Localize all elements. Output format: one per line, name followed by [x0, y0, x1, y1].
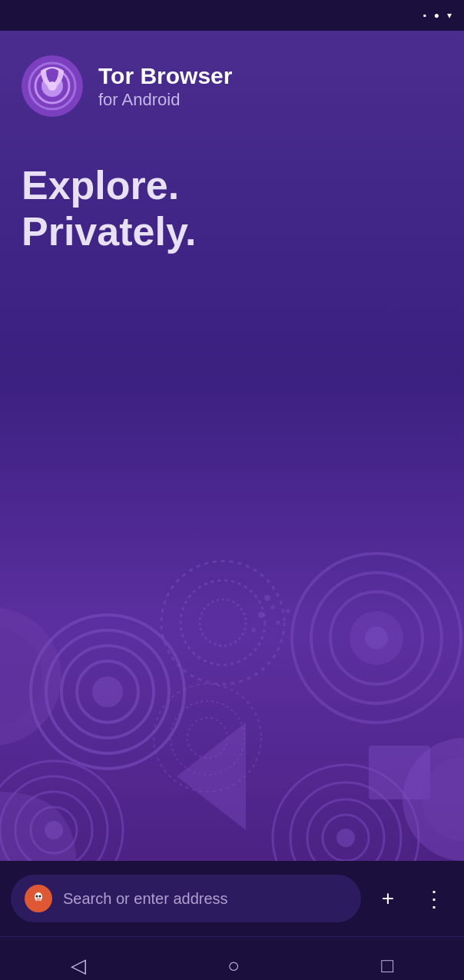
header-text: Tor Browser for Android	[98, 62, 232, 110]
app-title: Tor Browser	[98, 62, 232, 90]
add-tab-button[interactable]: +	[369, 879, 407, 918]
stop-icon: ▪	[423, 10, 426, 21]
search-box[interactable]: Search or enter address	[11, 875, 361, 922]
search-placeholder: Search or enter address	[63, 890, 228, 908]
svg-point-45	[39, 895, 41, 898]
circle-icon: ●	[434, 10, 439, 21]
svg-point-38	[286, 609, 290, 613]
android-nav-bar: ◁ ○ □	[0, 936, 464, 980]
tagline-section: Explore. Privately.	[0, 132, 464, 255]
home-button[interactable]: ○	[227, 954, 240, 978]
duckduckgo-icon	[25, 885, 52, 912]
more-options-button[interactable]: ⋮	[415, 879, 453, 918]
recents-button[interactable]: □	[381, 954, 393, 978]
svg-point-19	[365, 626, 388, 649]
bottom-bar: Search or enter address + ⋮ ◁ ○ □	[0, 861, 464, 980]
decorative-pattern	[0, 523, 464, 892]
svg-point-4	[48, 81, 57, 91]
svg-point-25	[45, 821, 63, 839]
tagline-text: Explore. Privately.	[22, 163, 442, 255]
status-bar: ▪ ● ▾	[0, 0, 464, 31]
svg-point-13	[181, 580, 265, 665]
tagline-line1: Explore.	[22, 163, 179, 208]
search-row: Search or enter address + ⋮	[0, 861, 464, 936]
svg-point-39	[251, 628, 256, 633]
main-content: Tor Browser for Android Explore. Private…	[0, 31, 464, 892]
back-button[interactable]: ◁	[71, 954, 86, 978]
svg-point-44	[36, 895, 38, 898]
svg-point-37	[276, 620, 280, 625]
svg-point-34	[258, 612, 264, 618]
svg-point-36	[264, 595, 270, 601]
svg-point-14	[200, 600, 246, 646]
svg-point-46	[36, 898, 41, 901]
app-header: Tor Browser for Android	[0, 31, 464, 132]
tor-logo	[22, 55, 83, 117]
tagline-line2: Privately.	[22, 209, 196, 254]
svg-point-11	[92, 676, 123, 707]
svg-point-33	[336, 829, 355, 847]
svg-point-35	[270, 605, 275, 610]
app-subtitle: for Android	[98, 90, 232, 110]
wifi-icon: ▾	[447, 10, 452, 21]
